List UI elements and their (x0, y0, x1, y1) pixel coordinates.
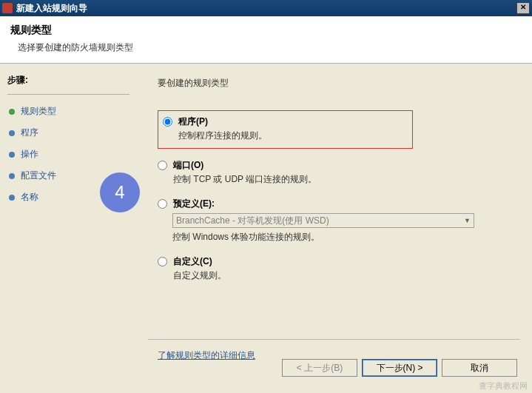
step-bullet-icon (9, 130, 15, 136)
option-title: 预定义(E): (173, 198, 511, 210)
wizard-header: 规则类型 选择要创建的防火墙规则类型 (0, 16, 532, 64)
step-label: 配置文件 (21, 169, 56, 182)
page-title: 规则类型 (10, 24, 522, 37)
step-label: 程序 (21, 127, 38, 139)
option-port: 端口(O) 控制 TCP 或 UDP 端口连接的规则。 (158, 159, 511, 186)
next-button[interactable]: 下一步(N) > (362, 359, 437, 377)
predefined-select: BranchCache - 对等机发现(使用 WSD) ▼ (172, 213, 474, 228)
step-label: 名称 (21, 191, 38, 204)
step-label: 规则类型 (21, 105, 56, 118)
option-desc: 控制 Windows 体验功能连接的规则。 (172, 231, 511, 243)
chevron-down-icon: ▼ (464, 217, 471, 224)
wizard-footer: < 上一步(B) 下一步(N) > 取消 (282, 359, 517, 377)
option-predefined: 预定义(E): BranchCache - 对等机发现(使用 WSD) ▼ 控制… (158, 198, 511, 243)
step-rule-type[interactable]: 规则类型 (7, 102, 129, 121)
option-desc: 控制 TCP 或 UDP 端口连接的规则。 (173, 173, 511, 186)
titlebar-text: 新建入站规则向导 (16, 2, 516, 15)
option-custom: 自定义(C) 自定义规则。 (158, 255, 511, 282)
page-subtitle: 选择要创建的防火墙规则类型 (18, 41, 522, 54)
footer-divider (148, 339, 520, 340)
steps-sidebar: 步骤: 规则类型 程序 操作 配置文件 名称 (0, 64, 137, 393)
radio-port[interactable] (158, 161, 167, 170)
radio-predefined[interactable] (158, 199, 167, 209)
close-button[interactable]: ✕ (516, 2, 530, 14)
wizard-content: 要创建的规则类型 程序(P) 控制程序连接的规则。 端口(O) 控制 TCP 或… (137, 64, 532, 393)
content-heading: 要创建的规则类型 (158, 77, 511, 90)
steps-heading: 步骤: (7, 74, 129, 87)
option-desc: 控制程序连接的规则。 (178, 130, 408, 142)
option-desc: 自定义规则。 (173, 269, 511, 282)
sidebar-divider (7, 94, 129, 95)
step-bullet-icon (9, 195, 15, 201)
back-button: < 上一步(B) (282, 359, 357, 377)
option-title: 端口(O) (173, 159, 511, 172)
option-title: 自定义(C) (173, 255, 511, 268)
step-bullet-icon (9, 109, 15, 115)
app-icon (2, 3, 13, 13)
watermark-text: 查字典教程网 (479, 380, 528, 392)
radio-program[interactable] (163, 117, 172, 127)
option-title: 程序(P) (178, 115, 408, 128)
step-label: 操作 (21, 148, 38, 161)
wizard-body: 步骤: 规则类型 程序 操作 配置文件 名称 要创建的规则类型 (0, 64, 532, 393)
step-program[interactable]: 程序 (7, 124, 129, 142)
step-bullet-icon (9, 152, 15, 158)
cancel-button[interactable]: 取消 (442, 359, 517, 377)
step-number-badge: 4 (100, 172, 140, 212)
option-program-highlight: 程序(P) 控制程序连接的规则。 (158, 110, 413, 149)
radio-custom[interactable] (158, 257, 167, 266)
step-bullet-icon (9, 173, 15, 179)
learn-more-link[interactable]: 了解规则类型的详细信息 (158, 349, 255, 362)
step-action[interactable]: 操作 (7, 145, 129, 164)
select-value: BranchCache - 对等机发现(使用 WSD) (176, 215, 329, 227)
titlebar: 新建入站规则向导 ✕ (0, 0, 532, 16)
